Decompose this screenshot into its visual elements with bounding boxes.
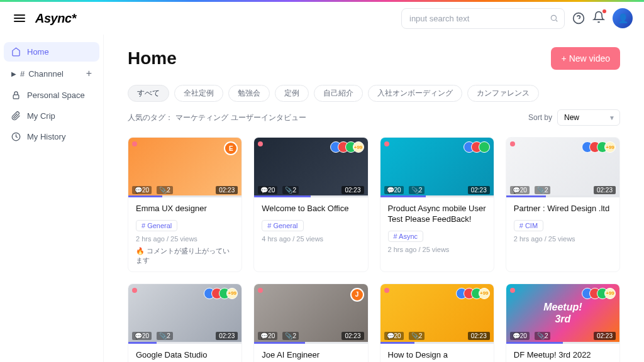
video-meta: 2 hrs ago / 25 views	[136, 235, 234, 243]
search-input[interactable]	[401, 8, 565, 29]
filter-tag[interactable]: 入社オンボーディング	[368, 85, 462, 102]
comment-count: 💬20	[132, 332, 152, 340]
sidebar-label: Channnel	[28, 69, 64, 79]
recording-dot-icon	[384, 141, 389, 146]
sort-select[interactable]: New	[557, 109, 620, 126]
recording-dot-icon	[384, 288, 389, 293]
thumb-stats: 💬20 📎2 02:23	[254, 184, 367, 195]
duration-badge: 02:23	[341, 186, 364, 194]
sidebar-item-crip[interactable]: My Crip	[4, 106, 99, 126]
attachment-count: 📎2	[535, 186, 551, 194]
sidebar-label: My History	[27, 132, 65, 141]
new-video-button[interactable]: +New video	[551, 47, 620, 70]
video-channel-tag[interactable]: # CIM	[514, 220, 543, 231]
hash-icon: #	[20, 69, 25, 79]
video-title: Welcome to Back Office	[262, 204, 360, 214]
add-channel-button[interactable]: +	[86, 68, 92, 79]
filter-tag[interactable]: カンファレンス	[467, 85, 539, 102]
thumb-stats: 💬20 📎2 02:23	[506, 331, 619, 342]
popular-tag-link[interactable]: マーケティング	[175, 112, 228, 123]
viewer-avatars: +99	[204, 288, 238, 299]
user-avatar[interactable]: 👤	[613, 8, 633, 28]
viewer-avatars: +99	[330, 141, 364, 153]
duration-badge: 02:23	[468, 332, 490, 340]
video-title: Emma UX designer	[136, 204, 234, 214]
video-meta: 4 hrs ago / 25 views	[262, 235, 360, 243]
video-title: Joe AI Engineer	[262, 350, 360, 361]
video-title: DF Meetup! 3rd 2022	[514, 350, 612, 361]
caret-icon: ▶	[11, 70, 16, 77]
topbar: Async* 👤	[0, 2, 644, 35]
thumb-stats: 💬20 📎2 02:23	[380, 331, 494, 342]
notifications[interactable]	[592, 11, 605, 26]
viewer-avatars: +99	[582, 288, 616, 299]
filter-tag[interactable]: 全社定例	[174, 85, 223, 102]
viewer-avatars: +99	[456, 288, 490, 299]
video-thumbnail: E 💬20 📎2 02:23	[128, 138, 242, 195]
sort-label: Sort by	[528, 113, 552, 122]
filter-tags: すべて全社定例勉強会定例自己紹介入社オンボーディングカンファレンス	[128, 85, 620, 102]
attachment-count: 📎2	[157, 332, 173, 340]
thumb-stats: 💬20 📎2 02:23	[380, 184, 494, 195]
video-card[interactable]: +99 Meetup! 3rd 💬20 📎2 02:23 DF Meetup! …	[506, 283, 620, 362]
video-channel-tag[interactable]: # Async	[388, 231, 424, 242]
sidebar-label: Personal Space	[27, 90, 85, 100]
sidebar-item-history[interactable]: My History	[4, 127, 99, 146]
video-card[interactable]: 💬20 📎2 02:23 Product Async mobile User T…	[380, 137, 494, 272]
filter-tag[interactable]: 勉強会	[228, 85, 270, 102]
video-card[interactable]: E 💬20 📎2 02:23 Emma UX designer # Genera…	[128, 137, 242, 272]
recording-dot-icon	[510, 288, 515, 293]
video-title: How to Design a Workshop	[388, 350, 486, 362]
duration-badge: 02:23	[341, 332, 364, 340]
filter-tag[interactable]: すべて	[128, 85, 169, 102]
menu-toggle[interactable]	[11, 10, 28, 26]
video-meta: 2 hrs ago / 25 views	[388, 246, 486, 253]
help-icon[interactable]	[572, 12, 585, 25]
video-thumbnail: +99 💬20 📎2 02:23	[254, 138, 367, 195]
duration-badge: 02:23	[468, 186, 490, 194]
recording-dot-icon	[132, 288, 137, 293]
duration-badge: 02:23	[216, 186, 238, 194]
sidebar-item-channel[interactable]: ▶ # Channnel +	[4, 63, 99, 84]
filter-tag[interactable]: 定例	[275, 85, 309, 102]
filter-tag[interactable]: 自己紹介	[314, 85, 363, 102]
comment-count: 💬20	[510, 186, 530, 194]
clip-icon	[11, 111, 21, 121]
viewer-avatars: +99	[582, 141, 616, 153]
video-card[interactable]: +99 💬20 📎2 02:23 Partner : Wired Design …	[506, 137, 620, 272]
sidebar-item-home[interactable]: Home	[4, 42, 99, 62]
svg-rect-4	[13, 95, 19, 99]
page-title: Home	[128, 48, 177, 69]
sidebar-label: Home	[27, 47, 49, 57]
video-thumbnail: +99 💬20 📎2 02:23	[506, 138, 619, 195]
sidebar: Home ▶ # Channnel + Personal Space My Cr…	[0, 35, 104, 362]
popular-tag-link[interactable]: ユーザーインタビュー	[231, 112, 306, 123]
attachment-count: 📎2	[409, 186, 425, 194]
thumb-overlay-text: Meetup! 3rd	[535, 301, 591, 325]
video-meta: 2 hrs ago / 25 views	[514, 235, 612, 243]
attachment-count: 📎2	[409, 332, 425, 340]
video-card[interactable]: J 💬20 📎2 02:23 Joe AI Engineer # General…	[253, 283, 368, 362]
video-channel-tag[interactable]: # General	[262, 220, 303, 231]
sidebar-label: My Crip	[27, 111, 55, 121]
video-grid: E 💬20 📎2 02:23 Emma UX designer # Genera…	[128, 137, 620, 362]
video-title: Partner : Wired Design .ltd	[514, 204, 612, 214]
video-card[interactable]: +99 💬20 📎2 02:23 How to Design a Worksho…	[380, 283, 494, 362]
comment-count: 💬20	[510, 332, 530, 340]
sidebar-item-personal[interactable]: Personal Space	[4, 85, 99, 105]
video-channel-tag[interactable]: # General	[136, 220, 177, 231]
notification-dot	[602, 9, 606, 13]
video-thumbnail: +99 💬20 📎2 02:23	[380, 284, 494, 342]
video-card[interactable]: +99 💬20 📎2 02:23 Google Data Studio Play…	[128, 283, 242, 362]
video-title: Product Async mobile User Test Please Fe…	[388, 204, 486, 225]
popular-label: 人気のタグ：	[128, 112, 173, 123]
video-card[interactable]: +99 💬20 📎2 02:23 Welcome to Back Office …	[253, 137, 368, 272]
clock-icon	[11, 132, 21, 141]
thumb-stats: 💬20 📎2 02:23	[128, 331, 242, 342]
popular-tags: 人気のタグ： マーケティング ユーザーインタビュー	[128, 112, 306, 123]
duration-badge: 02:23	[216, 332, 238, 340]
creator-avatar: J	[350, 288, 364, 302]
svg-point-0	[551, 15, 556, 20]
comment-count: 💬20	[258, 332, 277, 340]
video-thumbnail: 💬20 📎2 02:23	[380, 138, 494, 195]
